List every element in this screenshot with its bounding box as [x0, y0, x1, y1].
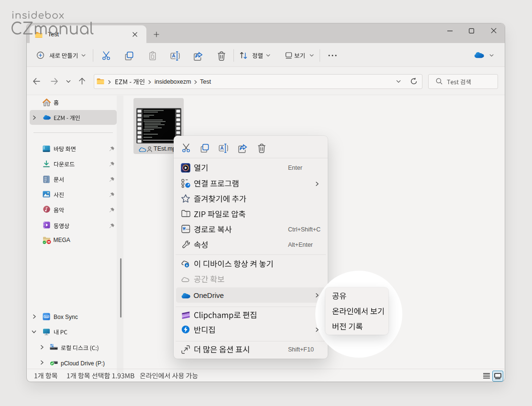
- svg-text:box: box: [44, 316, 49, 318]
